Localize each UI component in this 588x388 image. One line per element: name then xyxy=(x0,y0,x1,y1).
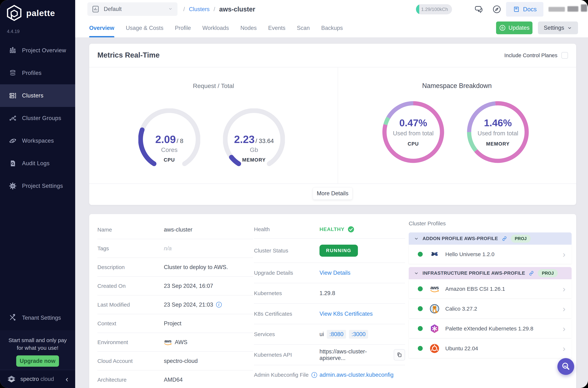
compass-icon[interactable] xyxy=(491,4,502,15)
upgrade-now-button[interactable]: Upgrade now xyxy=(16,355,59,367)
settings-button[interactable]: Settings xyxy=(538,22,578,34)
addon-profile-header[interactable]: ADDON PROFILE AWS-PROFILE PROJ xyxy=(409,232,572,245)
redacted-account-area[interactable] xyxy=(548,5,588,14)
status-dot xyxy=(418,346,423,351)
chevron-down-icon xyxy=(414,236,419,241)
project-selector[interactable]: Default xyxy=(87,2,178,16)
chevron-right-icon: › xyxy=(563,249,565,259)
content-area: Metrics Real-Time Include Control Planes… xyxy=(75,37,588,388)
sidebar-item-project-settings[interactable]: Project Settings xyxy=(0,175,75,197)
status-row-admin-kubeconfig: Admin Kubeconfig Filei admin.aws-cluster… xyxy=(254,365,405,385)
project-selector-value: Default xyxy=(104,6,122,12)
status-row-health: Health HEALTHY xyxy=(254,220,405,239)
chevron-down-icon xyxy=(168,6,173,12)
cpu-used-percent: 0.47% xyxy=(382,117,444,128)
hello-universe-icon xyxy=(429,249,440,260)
chart-icon xyxy=(91,5,100,13)
more-details-button[interactable]: More Details xyxy=(313,187,352,200)
ubuntu-icon xyxy=(429,343,440,354)
usage-progress xyxy=(416,4,419,14)
sidebar-item-cluster-groups[interactable]: Cluster Groups xyxy=(0,107,75,129)
profile-pack-amazon-ebs-csi[interactable]: aws Amazon EBS CSI 1.26.1 › xyxy=(409,279,572,298)
sidebar-item-label: Clusters xyxy=(22,92,44,99)
info-icon[interactable]: i xyxy=(216,302,222,308)
chevron-right-icon: › xyxy=(563,343,565,353)
info-icon[interactable]: i xyxy=(312,372,317,378)
sidebar-item-label: Cluster Groups xyxy=(22,115,61,121)
infrastructure-profile-header[interactable]: INFRASTRUCTURE PROFILE AWS-PROFILE PROJ xyxy=(409,267,572,279)
app-frame: palette 4.4.19 Project Overview xyxy=(0,0,588,388)
tab-workloads[interactable]: Workloads xyxy=(203,19,229,37)
profile-pack-hello-universe[interactable]: Hello Universe 1.2.0 › xyxy=(409,245,572,264)
breadcrumb-link-clusters[interactable]: Clusters xyxy=(189,6,210,13)
memory-namespace-donut: 1.46% Used from total MEMORY xyxy=(467,101,529,163)
profiles-icon xyxy=(9,69,17,77)
tab-usage-costs[interactable]: Usage & Costs xyxy=(126,19,163,37)
gear-icon xyxy=(9,182,17,190)
memory-total-value: / 33.64 xyxy=(255,138,274,144)
tab-profile[interactable]: Profile xyxy=(175,19,191,37)
status-row-kubernetes: Kubernetes 1.29.8 xyxy=(254,283,405,304)
cluster-tabs: Overview Usage & Costs Profile Workloads… xyxy=(75,19,588,37)
include-control-planes: Include Control Planes xyxy=(504,52,568,59)
copy-button[interactable] xyxy=(394,349,405,361)
detail-row-environment: Environment aws AWS xyxy=(97,333,253,352)
search-feedback-fab[interactable] xyxy=(557,358,574,375)
detail-row-last-modified: Last Modified 23 Sep 2024, 21:03i xyxy=(97,295,253,314)
sidebar-nav: Project Overview Profiles xyxy=(0,39,75,197)
sidebar-item-audit-logs[interactable]: Audit Logs xyxy=(0,152,75,175)
docs-button[interactable]: Docs xyxy=(506,2,543,17)
status-row-cluster-status: Cluster Status RUNNING xyxy=(254,239,405,263)
profile-pack-palette-extended-kubernetes[interactable]: Palette eXtended Kubernetes 1.29.8 › xyxy=(409,319,572,338)
cpu-gauge-label: CPU xyxy=(138,157,200,163)
aws-icon: aws xyxy=(164,339,172,345)
sidebar-item-profiles[interactable]: Profiles xyxy=(0,62,75,84)
include-control-planes-checkbox[interactable] xyxy=(562,52,568,59)
memory-donut-label: MEMORY xyxy=(467,141,529,147)
tab-scan[interactable]: Scan xyxy=(297,19,310,37)
detail-row-architecture: Architecture AMD64 xyxy=(97,370,253,388)
breadcrumb-separator: / xyxy=(183,6,185,13)
profile-pack-calico[interactable]: Calico 3.27.2 › xyxy=(409,299,572,318)
upgrade-promo: Start small and only pay for what you us… xyxy=(0,330,75,370)
detail-row-name: Name aws-cluster xyxy=(97,220,253,239)
detail-row-description: Description Cluster to deploy to AWS. xyxy=(97,258,253,277)
updates-button[interactable]: Updates xyxy=(496,22,532,34)
link-icon xyxy=(529,270,534,276)
chat-icon[interactable] xyxy=(473,4,484,15)
tab-overview[interactable]: Overview xyxy=(89,19,114,37)
include-control-planes-label: Include Control Planes xyxy=(504,52,557,58)
service-port-link[interactable]: :3000 xyxy=(349,330,368,339)
sidebar-item-tenant-settings[interactable]: Tenant Settings xyxy=(0,307,75,329)
tab-nodes[interactable]: Nodes xyxy=(240,19,257,37)
cluster-info-column: Name aws-cluster Tags n/a Description Cl… xyxy=(97,220,253,388)
sidebar-item-label: Workspaces xyxy=(22,138,54,144)
aws-icon: aws xyxy=(429,284,440,294)
sidebar-item-label: Project Settings xyxy=(22,183,63,189)
tab-events[interactable]: Events xyxy=(268,19,285,37)
view-k8s-certificates-link[interactable]: View K8s Certificates xyxy=(319,311,373,317)
breadcrumb: / Clusters / aws-cluster xyxy=(183,0,255,19)
kubeconfig-file-link[interactable]: admin.aws-cluster.kubeconfig xyxy=(319,372,394,378)
service-port-link[interactable]: :8080 xyxy=(327,330,346,339)
cpu-donut-label: CPU xyxy=(382,141,444,147)
sidebar-collapse-icon[interactable]: ‹ xyxy=(66,375,68,383)
cluster-profiles-column: Cluster Profiles ADDON PROFILE AWS-PROFI… xyxy=(409,220,572,359)
brand-logo: palette xyxy=(7,5,55,21)
palette-logo-icon xyxy=(7,5,22,21)
chevron-down-icon xyxy=(414,271,419,276)
sidebar-item-project-overview[interactable]: Project Overview xyxy=(0,39,75,62)
tab-backups[interactable]: Backups xyxy=(321,19,343,37)
spectro-cloud-logo-icon xyxy=(6,373,17,385)
sidebar-item-workspaces[interactable]: Workspaces xyxy=(0,129,75,152)
chevron-right-icon: › xyxy=(563,304,565,314)
detail-row-created-on: Created On 23 Sep 2024, 16:07 xyxy=(97,277,253,295)
profile-pack-ubuntu[interactable]: Ubuntu 22.04 › xyxy=(409,339,572,358)
metrics-card: Metrics Real-Time Include Control Planes… xyxy=(89,44,576,205)
sidebar-item-clusters[interactable]: Clusters xyxy=(0,84,75,107)
metrics-title: Metrics Real-Time xyxy=(97,51,160,59)
view-details-link[interactable]: View Details xyxy=(319,270,350,276)
sidebar-item-label: Audit Logs xyxy=(22,160,50,167)
request-total-title: Request / Total xyxy=(89,82,338,89)
chevron-right-icon: › xyxy=(563,284,565,294)
